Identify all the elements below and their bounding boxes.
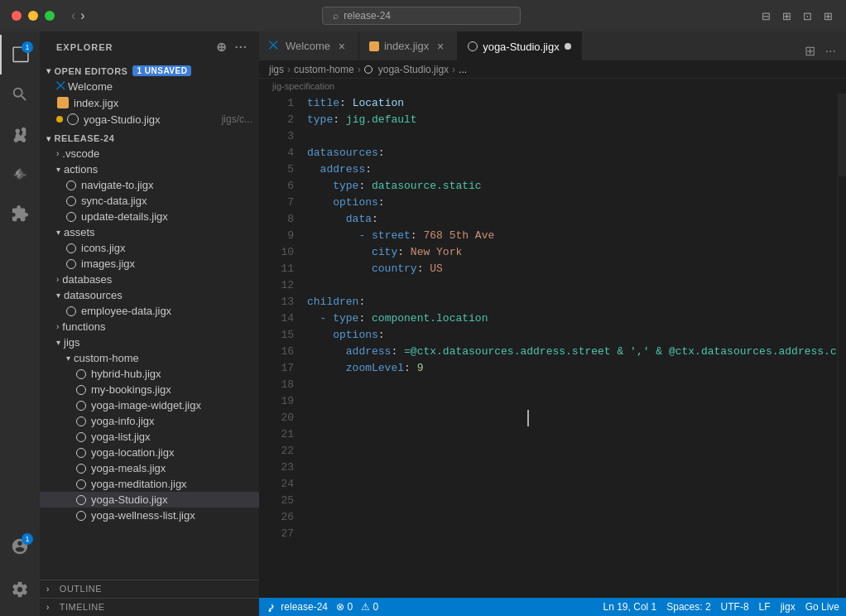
- folder-assets[interactable]: ▾ assets: [40, 224, 259, 240]
- toggle-sidebar-icon[interactable]: ⊞: [779, 8, 795, 24]
- more-tabs-icon[interactable]: ···: [822, 42, 839, 60]
- yoga-location-icon: [76, 448, 86, 458]
- file-yoga-list[interactable]: yoga-list.jigx: [40, 429, 259, 445]
- sync-data-icon: [66, 196, 76, 206]
- folder-databases[interactable]: › databases: [40, 272, 259, 287]
- split-editor-icon[interactable]: ⊟: [758, 8, 774, 24]
- activity-search[interactable]: [0, 75, 40, 114]
- status-encoding[interactable]: UTF-8: [721, 601, 749, 613]
- status-eol[interactable]: LF: [759, 601, 771, 613]
- file-yoga-info[interactable]: yoga-info.jigx: [40, 413, 259, 429]
- activity-settings[interactable]: [0, 570, 40, 609]
- status-warnings[interactable]: ⚠ 0: [361, 601, 378, 613]
- new-file-icon[interactable]: ⊕: [214, 38, 229, 56]
- file-hybrid-hub[interactable]: hybrid-hub.jigx: [40, 366, 259, 382]
- folder-functions[interactable]: › functions: [40, 319, 259, 334]
- icons-icon: [66, 243, 76, 253]
- activity-extensions[interactable]: [0, 194, 40, 233]
- open-editor-yoga-studio[interactable]: yoga-Studio.jigx jigs/c...: [40, 111, 259, 128]
- open-editor-welcome[interactable]: Welcome: [40, 79, 259, 94]
- maximize-button[interactable]: [45, 11, 55, 21]
- timeline-section[interactable]: › TIMELINE: [40, 598, 259, 616]
- datasources-chevron: ▾: [56, 291, 60, 300]
- tab-welcome-close[interactable]: ×: [335, 40, 348, 53]
- activity-account[interactable]: 1: [0, 527, 40, 566]
- activity-run[interactable]: [0, 154, 40, 194]
- file-yoga-location[interactable]: yoga-location.jigx: [40, 445, 259, 460]
- sidebar-title: Explorer: [56, 42, 113, 52]
- file-yoga-meals[interactable]: yoga-meals.jigx: [40, 460, 259, 476]
- status-go-live[interactable]: Go Live: [805, 601, 839, 613]
- release-section-label: RELEASE-24: [55, 133, 115, 143]
- cursor: [527, 410, 529, 426]
- outline-tab[interactable]: OUTLINE: [53, 582, 108, 596]
- navigate-to-icon: [66, 180, 76, 190]
- minimap: [838, 94, 846, 598]
- breadcrumb-custom-home[interactable]: custom-home: [294, 64, 354, 75]
- yoga-info-icon: [76, 416, 86, 426]
- yoga-studio-sidebar-icon: [76, 495, 86, 505]
- tab-end-actions: ⊞ ···: [801, 41, 846, 60]
- activity-bottom: 1: [0, 527, 40, 616]
- release-section-header[interactable]: ▾ RELEASE-24: [40, 131, 259, 146]
- yoga-wellness-list-icon: [76, 511, 86, 521]
- status-errors[interactable]: ⊗ 0: [336, 601, 353, 613]
- tab-welcome[interactable]: Welcome ×: [259, 31, 359, 60]
- editor-content[interactable]: title: Location type: jig.default dataso…: [300, 94, 838, 598]
- open-editor-index[interactable]: index.jigx: [40, 94, 259, 111]
- folder-actions[interactable]: ▾ actions: [40, 161, 259, 177]
- timeline-tab[interactable]: TIMELINE: [53, 600, 112, 614]
- split-right-icon[interactable]: ⊞: [801, 41, 819, 60]
- file-employee-data[interactable]: employee-data.jigx: [40, 303, 259, 319]
- editor[interactable]: 1 2 3 4 5 6 7 8 9 10 11 12 13 14 15 16 1…: [259, 94, 846, 598]
- file-yoga-wellness-list[interactable]: yoga-wellness-list.jigx: [40, 508, 259, 523]
- breadcrumb-sep-1: ›: [287, 64, 291, 75]
- file-images[interactable]: images.jigx: [40, 256, 259, 272]
- breadcrumb-ellipsis[interactable]: ...: [459, 64, 467, 75]
- folder-jigs[interactable]: ▾ jigs: [40, 334, 259, 350]
- open-editors-label: Open Editors: [55, 66, 128, 76]
- status-spaces[interactable]: Spaces: 2: [666, 601, 710, 613]
- more-actions-icon[interactable]: ···: [233, 38, 249, 56]
- file-icons[interactable]: icons.jigx: [40, 240, 259, 256]
- file-yoga-meditation[interactable]: yoga-meditation.jigx: [40, 476, 259, 492]
- tab-index[interactable]: index.jigx ×: [359, 31, 458, 60]
- status-branch[interactable]: release-24: [266, 601, 328, 613]
- search-input-container[interactable]: ⌕ release-24: [322, 7, 521, 25]
- yoga-image-widget-icon: [76, 401, 86, 411]
- file-sync-data[interactable]: sync-data.jigx: [40, 193, 259, 209]
- activity-source-control[interactable]: [0, 114, 40, 154]
- breadcrumb-yoga-studio[interactable]: yoga-Studio.jigx: [378, 64, 449, 75]
- folder-vscode[interactable]: › .vscode: [40, 146, 259, 161]
- status-right: Ln 19, Col 1 Spaces: 2 UTF-8 LF jigx Go …: [603, 601, 839, 613]
- open-editors-section[interactable]: ▾ Open Editors 1 unsaved: [40, 63, 259, 79]
- file-yoga-image-widget-name: yoga-image-widget.jigx: [91, 399, 252, 411]
- tab-index-close[interactable]: ×: [434, 40, 447, 53]
- file-navigate-to[interactable]: navigate-to.jigx: [40, 177, 259, 193]
- file-hybrid-hub-name: hybrid-hub.jigx: [91, 368, 252, 380]
- breadcrumb-jigs[interactable]: jigs: [269, 64, 284, 75]
- window-controls: [0, 11, 55, 21]
- file-update-details[interactable]: update-details.jigx: [40, 209, 259, 224]
- close-button[interactable]: [12, 11, 22, 21]
- folder-custom-home[interactable]: ▾ custom-home: [40, 350, 259, 366]
- sub-breadcrumb-text: jig-specification: [272, 81, 334, 91]
- nav-back-button[interactable]: ‹: [71, 8, 75, 23]
- file-sync-data-name: sync-data.jigx: [81, 195, 252, 207]
- file-yoga-studio[interactable]: yoga-Studio.jigx: [40, 492, 259, 508]
- sidebar-header-actions: ⊕ ···: [214, 38, 249, 56]
- customize-layout-icon[interactable]: ⊞: [820, 8, 836, 24]
- minimize-button[interactable]: [28, 11, 38, 21]
- status-language[interactable]: jigx: [781, 601, 796, 613]
- tab-yoga-studio[interactable]: yoga-Studio.jigx: [458, 31, 582, 60]
- actions-chevron: ▾: [56, 165, 60, 174]
- my-bookings-icon: [76, 385, 86, 395]
- file-my-bookings[interactable]: my-bookings.jigx: [40, 382, 259, 397]
- status-ln-col[interactable]: Ln 19, Col 1: [603, 601, 657, 613]
- timeline-chevron: ›: [46, 603, 50, 612]
- activity-explorer[interactable]: 1: [0, 35, 40, 75]
- folder-datasources[interactable]: ▾ datasources: [40, 287, 259, 303]
- file-yoga-image-widget[interactable]: yoga-image-widget.jigx: [40, 397, 259, 413]
- outline-section[interactable]: › OUTLINE: [40, 580, 259, 598]
- toggle-panel-icon[interactable]: ⊡: [800, 8, 815, 24]
